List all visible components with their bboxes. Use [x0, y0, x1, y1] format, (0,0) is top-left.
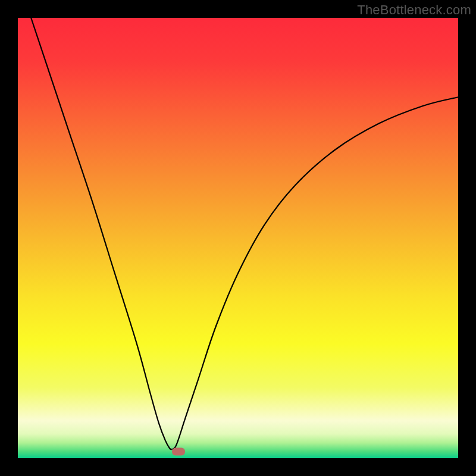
bottleneck-curve: [18, 18, 458, 458]
watermark-text: TheBottleneck.com: [357, 2, 471, 18]
curve-left-branch: [31, 18, 172, 449]
optimum-marker: [172, 447, 185, 455]
plot-area: [18, 18, 458, 458]
curve-right-branch: [172, 97, 458, 449]
